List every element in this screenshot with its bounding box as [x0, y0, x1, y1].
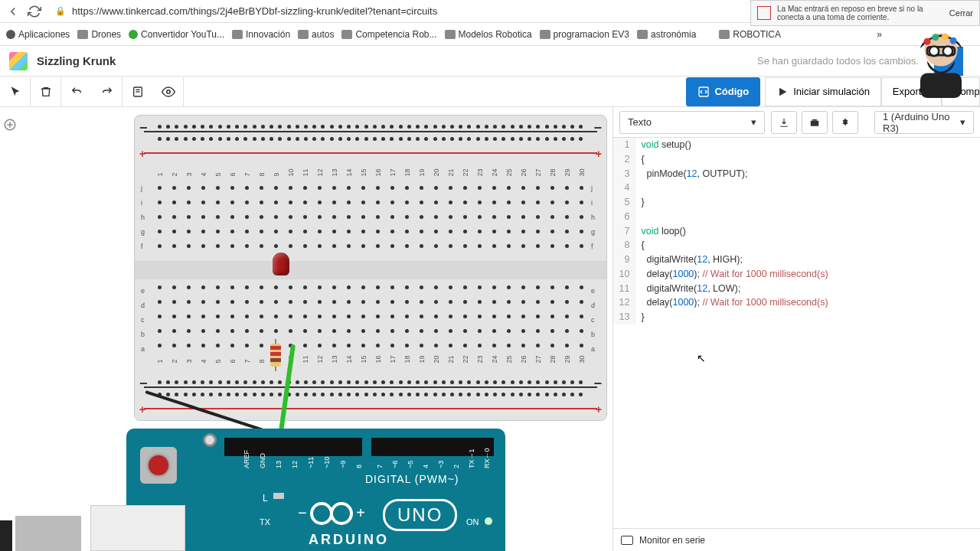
svg-rect-15: [920, 73, 962, 98]
url-text: https://www.tinkercad.com/things/2j4eBrB…: [72, 5, 437, 17]
reload-icon[interactable]: [28, 5, 41, 18]
arduino-reset-button[interactable]: [140, 447, 177, 484]
play-icon: [776, 86, 789, 98]
bookmark-modelos[interactable]: Modelos Robotica: [445, 29, 532, 40]
arduino-uno-label: UNO: [383, 499, 457, 531]
serial-monitor-icon: [621, 536, 633, 545]
notification-text: La Mac entrará en reposo en breve si no …: [777, 5, 943, 21]
bookmark-comp[interactable]: Competencia Rob...: [341, 29, 436, 40]
presenter-avatar: [906, 29, 975, 98]
code-mode-select[interactable]: Texto ▾: [619, 111, 765, 134]
code-editor[interactable]: 1void setup()2{3 pinMode(12, OUTPUT);45}…: [613, 138, 980, 528]
chevron-down-icon: ▾: [960, 116, 965, 128]
svg-point-12: [932, 34, 939, 41]
svg-point-13: [942, 33, 949, 40]
led-component[interactable]: [273, 253, 289, 276]
visibility-button[interactable]: [153, 77, 184, 106]
undo-button[interactable]: [61, 77, 92, 106]
start-simulation-button[interactable]: Iniciar simulación: [765, 77, 881, 106]
breadboard[interactable]: − − + + 12345678910111213141516171819202…: [134, 115, 607, 421]
debug-button[interactable]: [832, 111, 858, 134]
project-title-bar: Sizzling Krunk Se han guardado todos los…: [0, 46, 980, 77]
notification-close-button[interactable]: Cerrar: [949, 8, 973, 18]
save-status: Se han guardado todos los cambios.: [757, 55, 919, 67]
project-title[interactable]: Sizzling Krunk: [37, 54, 116, 67]
rail-plus-icon: +: [139, 148, 145, 160]
parts-tray-item-2[interactable]: [90, 505, 185, 551]
lock-icon: 🔒: [55, 6, 66, 16]
svg-point-14: [950, 37, 957, 44]
battery-warning-icon: [757, 6, 771, 20]
bookmark-yt[interactable]: Convertidor YouTu...: [129, 29, 224, 40]
back-icon[interactable]: [6, 5, 20, 18]
svg-rect-6: [811, 120, 819, 126]
bookmark-innov[interactable]: Innovación: [232, 29, 290, 40]
bookmark-robotica[interactable]: ROBOTICA: [719, 29, 781, 40]
cursor-tool[interactable]: [0, 77, 31, 106]
svg-point-10: [943, 47, 953, 57]
bookmark-autos[interactable]: autos: [298, 29, 334, 40]
svg-point-3: [166, 90, 170, 93]
delete-button[interactable]: [31, 77, 61, 106]
code-button[interactable]: Código: [686, 77, 760, 106]
bookmark-ev3[interactable]: programacion EV3: [540, 29, 629, 40]
library-button[interactable]: [802, 111, 828, 134]
rail-minus-icon: −: [139, 120, 148, 136]
serial-monitor-toggle[interactable]: Monitor en serie: [613, 528, 980, 551]
zoom-fit-icon[interactable]: [3, 118, 17, 132]
bookmark-astro[interactable]: astronómia: [637, 29, 696, 40]
circuit-canvas[interactable]: − − + + 12345678910111213141516171819202…: [0, 107, 612, 551]
device-select[interactable]: 1 (Arduino Uno R3) ▾: [874, 111, 974, 134]
svg-point-11: [924, 38, 931, 45]
bookmark-drones[interactable]: Drones: [77, 29, 121, 40]
svg-point-9: [929, 47, 939, 57]
code-icon: [697, 86, 710, 98]
main-toolbar: Código Iniciar simulación Exportar Compa…: [0, 77, 980, 107]
arduino-digital-label: DIGITAL (PWM~): [365, 473, 459, 485]
chevron-down-icon: ▾: [751, 116, 756, 128]
code-panel: Texto ▾ 1 (Arduino Uno R3) ▾ 1void setup…: [612, 107, 980, 551]
arduino-infinity-logo: − +: [310, 502, 353, 525]
download-code-button[interactable]: [771, 111, 797, 134]
notes-button[interactable]: [122, 77, 153, 106]
system-notification: La Mac entrará en reposo en breve si no …: [750, 0, 980, 26]
bookmarks-more[interactable]: »: [877, 29, 882, 40]
tinkercad-logo[interactable]: [9, 52, 28, 70]
resistor-component[interactable]: [270, 339, 281, 371]
parts-tray-handle[interactable]: [0, 520, 12, 551]
apps-button[interactable]: Aplicaciones: [6, 29, 70, 40]
redo-button[interactable]: [92, 77, 122, 106]
code-toolbar: Texto ▾ 1 (Arduino Uno R3) ▾: [613, 107, 980, 138]
arduino-name-label: ARDUINO: [309, 532, 389, 548]
bookmarks-bar: Aplicaciones Drones Convertidor YouTu...…: [0, 23, 980, 46]
parts-tray-item-1[interactable]: [15, 516, 81, 551]
